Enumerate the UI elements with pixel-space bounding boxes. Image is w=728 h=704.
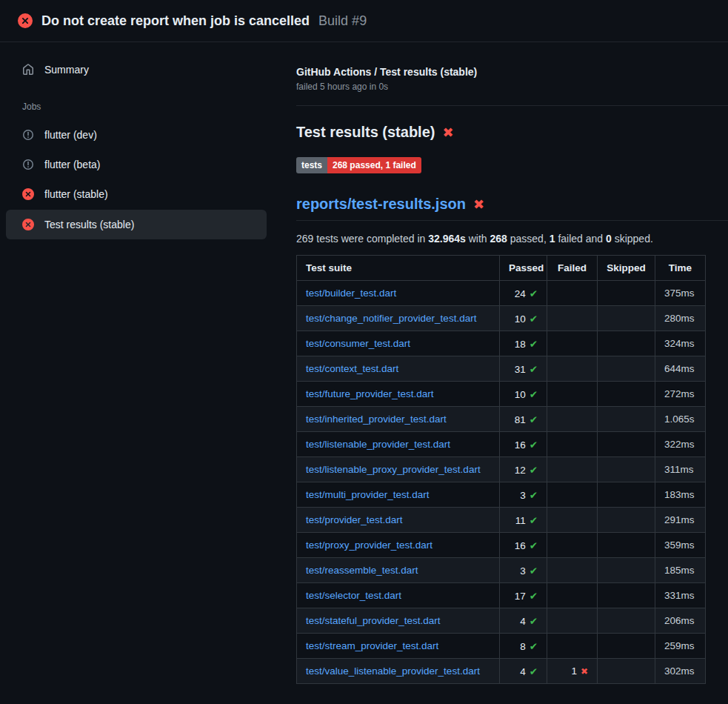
test-suite-link[interactable]: test/multi_provider_test.dart: [306, 489, 430, 500]
skipped-cell: [598, 457, 655, 482]
passed-count: 16: [515, 439, 526, 451]
test-suite-link[interactable]: test/stateful_provider_test.dart: [306, 615, 441, 626]
time-cell: 185ms: [655, 558, 706, 583]
summary-segment: 269 tests were completed in: [296, 233, 428, 245]
test-suite-link[interactable]: test/provider_test.dart: [306, 514, 403, 525]
failed-cell: [547, 583, 598, 608]
sidebar-item-flutter-dev[interactable]: flutter (dev): [6, 121, 267, 149]
failed-cell: [547, 306, 598, 331]
skipped-cell: [598, 533, 655, 558]
sidebar-item-test-results-stable[interactable]: Test results (stable): [6, 210, 267, 239]
summary-segment: skipped.: [612, 233, 653, 245]
badge-label: tests: [296, 157, 327, 173]
badge-value: 268 passed, 1 failed: [327, 157, 421, 173]
check-icon: ✔: [530, 666, 538, 677]
failed-cell: [547, 281, 598, 306]
check-icon: ✔: [530, 490, 538, 501]
run-status-line: failed 5 hours ago in 0s: [296, 82, 728, 92]
test-suite-link[interactable]: test/inherited_provider_test.dart: [306, 414, 447, 425]
skipped-cell: [598, 356, 655, 382]
report-link[interactable]: reports/test-results.json: [296, 196, 466, 213]
test-suite-link[interactable]: test/listenable_proxy_provider_test.dart: [306, 464, 481, 475]
check-icon: ✔: [530, 364, 538, 375]
summary-segment: failed and: [555, 233, 607, 245]
passed-cell: 12✔: [500, 457, 547, 482]
passed-cell: 4✔: [500, 608, 547, 634]
table-row: test/listenable_provider_test.dart16✔322…: [297, 432, 706, 457]
suite-cell: test/proxy_provider_test.dart: [297, 533, 500, 558]
skipped-cell: [598, 659, 655, 684]
check-icon: ✔: [530, 515, 538, 526]
passed-cell: 10✔: [500, 306, 547, 331]
test-suite-link[interactable]: test/context_test.dart: [306, 363, 398, 374]
test-suite-link[interactable]: test/future_provider_test.dart: [306, 388, 434, 399]
check-icon: ✔: [530, 439, 538, 451]
home-icon: [22, 64, 34, 76]
failed-cell: [547, 382, 598, 407]
check-icon: ✔: [530, 591, 538, 602]
passed-count: 3: [520, 565, 526, 577]
sidebar-item-flutter-stable[interactable]: flutter (stable): [6, 180, 267, 208]
x-circle-icon: [18, 13, 33, 28]
skipped-cell: [598, 508, 655, 533]
passed-cell: 81✔: [500, 407, 547, 432]
test-suite-link[interactable]: test/builder_test.dart: [306, 288, 396, 299]
passed-cell: 4✔: [500, 659, 547, 684]
test-suite-link[interactable]: test/consumer_test.dart: [306, 338, 410, 349]
x-circle-icon: [22, 219, 34, 230]
test-suite-link[interactable]: test/selector_test.dart: [306, 590, 401, 601]
failed-cell: [547, 608, 598, 634]
suite-cell: test/inherited_provider_test.dart: [297, 407, 500, 432]
passed-cell: 18✔: [500, 331, 547, 356]
failed-cell: 1✖: [547, 659, 598, 684]
skipped-cell: [598, 306, 655, 331]
alert-circle-icon: [22, 159, 34, 170]
time-cell: 1.065s: [655, 407, 706, 432]
test-suite-link[interactable]: test/listenable_provider_test.dart: [306, 439, 450, 450]
table-row: test/selector_test.dart17✔331ms: [297, 583, 706, 608]
suite-cell: test/multi_provider_test.dart: [297, 482, 500, 508]
failed-x-icon: ✖: [473, 198, 484, 211]
passed-cell: 24✔: [500, 281, 547, 306]
suite-cell: test/selector_test.dart: [297, 583, 500, 608]
passed-count: 81: [515, 414, 526, 425]
test-suite-link[interactable]: test/stream_provider_test.dart: [306, 640, 438, 651]
run-header: Do not create report when job is cancell…: [0, 0, 728, 42]
passed-cell: 16✔: [500, 432, 547, 457]
column-header: Test suite: [297, 256, 500, 281]
sidebar-item-summary[interactable]: Summary: [6, 56, 267, 84]
passed-count: 31: [515, 364, 526, 375]
passed-count: 8: [520, 641, 526, 652]
summary-segment: 32.964s: [428, 233, 466, 245]
sidebar-item-flutter-beta[interactable]: flutter (beta): [6, 150, 267, 179]
failed-cell: [547, 457, 598, 482]
test-suite-link[interactable]: test/proxy_provider_test.dart: [306, 539, 433, 551]
failed-cell: [547, 482, 598, 508]
test-suite-link[interactable]: test/reassemble_test.dart: [306, 565, 418, 576]
failed-cell: [547, 533, 598, 558]
passed-count: 17: [515, 591, 526, 602]
tests-status-badge: tests 268 passed, 1 failed: [296, 157, 421, 173]
passed-count: 10: [515, 389, 526, 400]
check-icon: ✔: [530, 414, 538, 425]
time-cell: 280ms: [655, 306, 706, 331]
skipped-cell: [598, 281, 655, 306]
passed-cell: 11✔: [500, 508, 547, 533]
test-suite-link[interactable]: test/value_listenable_provider_test.dart: [306, 665, 480, 677]
test-suite-link[interactable]: test/change_notifier_provider_test.dart: [306, 313, 476, 324]
failed-count: 1: [571, 665, 577, 677]
time-cell: 644ms: [655, 356, 706, 382]
suite-cell: test/builder_test.dart: [297, 281, 500, 306]
table-row: test/proxy_provider_test.dart16✔359ms: [297, 533, 706, 558]
skipped-cell: [598, 634, 655, 659]
table-row: test/provider_test.dart11✔291ms: [297, 508, 706, 533]
table-row: test/reassemble_test.dart3✔185ms: [297, 558, 706, 583]
suite-cell: test/stateful_provider_test.dart: [297, 608, 500, 634]
summary-line: 269 tests were completed in 32.964s with…: [296, 233, 728, 245]
column-header: Passed: [500, 256, 547, 281]
table-row: test/multi_provider_test.dart3✔183ms: [297, 482, 706, 508]
summary-segment: passed,: [507, 233, 550, 245]
table-row: test/builder_test.dart24✔375ms: [297, 281, 706, 306]
x-circle-icon: [22, 188, 34, 200]
passed-count: 11: [515, 515, 526, 526]
